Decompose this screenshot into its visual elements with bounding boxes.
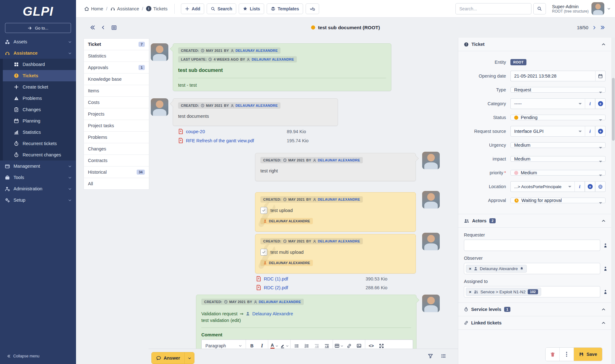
author-link[interactable]: DELAUNAY ALEXANDRE: [236, 104, 278, 107]
add-circle-icon[interactable]: +: [585, 181, 595, 192]
double-chevron-left-icon[interactable]: [90, 25, 95, 30]
save-button[interactable]: Save: [574, 348, 602, 361]
tab-historical[interactable]: Historical34: [84, 166, 149, 178]
scrollbar-thumb[interactable]: [612, 78, 615, 141]
user-menu[interactable]: Super-Admin ROOT (tree structure): [552, 2, 611, 15]
request-source-select[interactable]: Interface GLPI: [510, 126, 585, 137]
info-icon[interactable]: i: [585, 126, 595, 137]
tab-contracts[interactable]: Contracts: [84, 155, 149, 166]
sidebar-item-assistance[interactable]: Assistance: [0, 47, 76, 59]
tab-items[interactable]: Items: [84, 85, 149, 97]
answer-caret-button[interactable]: [184, 352, 194, 364]
last-icon[interactable]: [600, 25, 605, 30]
person-icon[interactable]: [603, 243, 607, 248]
author-link[interactable]: DELAUNAY ALEXANDRE: [318, 158, 360, 162]
goto-button[interactable]: Go to...: [5, 23, 71, 33]
tab-projects[interactable]: Projects: [84, 108, 149, 120]
sidebar-item-administration[interactable]: Administration: [0, 183, 76, 194]
sidebar-item-setup[interactable]: Setup: [0, 194, 76, 206]
answer-split-button[interactable]: Answer: [151, 352, 194, 364]
scrollbar[interactable]: [612, 38, 615, 364]
tab-knowledge-base[interactable]: Knowledge base: [84, 73, 149, 85]
search-button[interactable]: Search: [207, 3, 236, 14]
tab-ticket[interactable]: Ticket7: [84, 39, 149, 50]
location-select[interactable]: ...> AccèsPortePrincipale: [510, 181, 574, 192]
attachment-link[interactable]: coupe-20: [186, 129, 205, 134]
section-ticket[interactable]: Ticket: [458, 38, 611, 51]
chevron-up-icon[interactable]: [601, 42, 606, 46]
info-icon[interactable]: i: [574, 181, 585, 192]
chevron-left-icon[interactable]: [101, 25, 106, 30]
tab-approvals[interactable]: Approvals1: [84, 62, 149, 73]
sidebar-item-problems[interactable]: Problems: [3, 93, 76, 104]
sidebar-item-tickets[interactable]: Tickets: [3, 70, 76, 81]
global-search-button[interactable]: [533, 3, 546, 14]
add-circle-icon[interactable]: +: [595, 98, 606, 109]
bell-icon[interactable]: [520, 267, 524, 271]
sidebar-item-tools[interactable]: Tools: [0, 172, 76, 183]
section-actors[interactable]: Actors 2: [458, 214, 611, 228]
person-icon[interactable]: [603, 266, 607, 271]
sidebar-item-assets[interactable]: Assets: [0, 36, 76, 47]
impact-select[interactable]: Medium: [510, 156, 606, 162]
author-link[interactable]: DELAUNAY ALEXANDRE: [252, 57, 294, 61]
list-view-icon[interactable]: [111, 25, 117, 30]
validation-button[interactable]: [306, 3, 319, 14]
author-link[interactable]: DELAUNAY ALEXANDRE: [318, 198, 360, 201]
timeline-list-icon[interactable]: [441, 353, 446, 359]
chevron-up-icon[interactable]: [601, 321, 606, 325]
sidebar-item-statistics[interactable]: Statistics: [3, 127, 76, 138]
assigned-input[interactable]: × Service > Exploit N1-N2 102: [464, 286, 600, 297]
sidebar-item-changes[interactable]: Changes: [3, 104, 76, 115]
sidebar-item-recurrent-tickets[interactable]: Recurrent tickets: [3, 138, 76, 149]
section-linked-tickets[interactable]: Linked tickets: [458, 316, 611, 330]
section-service-levels[interactable]: Service levels 1: [458, 302, 611, 316]
priority-select[interactable]: Medium: [510, 170, 606, 176]
lists-button[interactable]: Lists: [239, 3, 264, 14]
sidebar-item-management[interactable]: Management: [0, 160, 76, 172]
observer-input[interactable]: × Delaunay Alexandre: [464, 263, 600, 274]
breadcrumb-home[interactable]: Home: [84, 6, 103, 11]
urgency-select[interactable]: Medium: [510, 142, 606, 148]
answer-button[interactable]: Answer: [152, 352, 184, 364]
collapse-menu-button[interactable]: Collapse menu: [0, 354, 90, 358]
add-circle-icon[interactable]: +: [595, 126, 606, 137]
filter-icon[interactable]: [428, 353, 433, 359]
tab-costs[interactable]: Costs: [84, 97, 149, 108]
author-link[interactable]: DELAUNAY ALEXANDRE: [236, 49, 278, 52]
next-icon[interactable]: [592, 25, 596, 30]
author-link[interactable]: DELAUNAY ALEXANDRE: [259, 300, 301, 304]
sidebar-item-create-ticket[interactable]: Create ticket: [3, 81, 76, 93]
person-icon[interactable]: [603, 290, 607, 294]
breadcrumb-assistance[interactable]: Assistance: [110, 6, 139, 11]
tab-project-tasks[interactable]: Project tasks: [84, 120, 149, 132]
attachment-link[interactable]: RFE Refresh of the gantt view.pdf: [186, 138, 254, 143]
breadcrumb-tickets[interactable]: ! Tickets: [146, 6, 167, 11]
status-select[interactable]: Pending: [510, 115, 606, 120]
more-actions-button[interactable]: [560, 348, 574, 361]
templates-button[interactable]: Templates: [267, 3, 303, 14]
calendar-icon[interactable]: [595, 71, 606, 81]
sidebar-item-planning[interactable]: Planning: [3, 115, 76, 127]
chevron-up-icon[interactable]: [601, 307, 606, 312]
add-button[interactable]: Add: [181, 3, 204, 14]
remove-icon[interactable]: ×: [469, 290, 471, 294]
approval-select[interactable]: Waiting for approval: [510, 198, 606, 203]
attachment-link[interactable]: RDC (1).pdf: [264, 276, 288, 281]
tab-changes[interactable]: Changes: [84, 143, 149, 155]
global-search-input[interactable]: [455, 3, 531, 14]
info-icon[interactable]: i: [585, 98, 595, 109]
sidebar-item-recurrent-changes[interactable]: Recurrent changes: [3, 149, 76, 160]
delete-button[interactable]: [546, 348, 560, 361]
tab-statistics[interactable]: Statistics: [84, 50, 149, 62]
tab-problems[interactable]: Problems: [84, 132, 149, 143]
validation-target-link[interactable]: Delaunay Alexandre: [252, 311, 293, 316]
type-select[interactable]: Request: [510, 87, 606, 93]
remove-icon[interactable]: ×: [469, 266, 471, 271]
sidebar-item-dashboard[interactable]: Dashboard: [3, 59, 76, 70]
globe-icon[interactable]: [595, 181, 606, 192]
category-select[interactable]: -----: [510, 98, 585, 109]
requester-input[interactable]: [464, 240, 600, 251]
tab-all[interactable]: All: [84, 178, 149, 189]
attachment-link[interactable]: RDC (2).pdf: [264, 285, 288, 290]
